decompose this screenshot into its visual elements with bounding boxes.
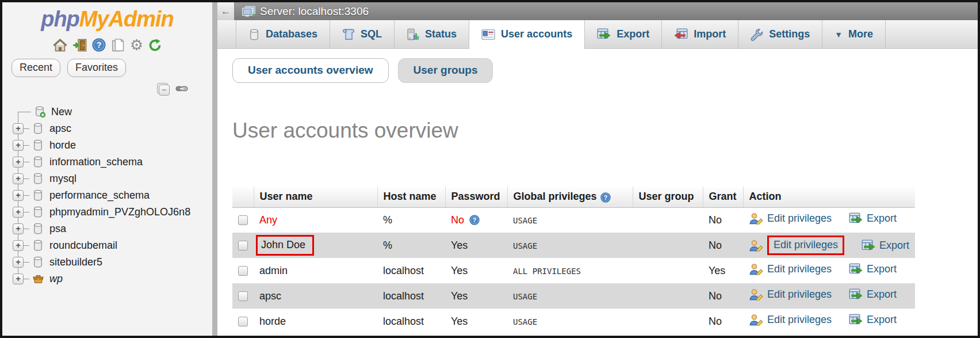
tab-import[interactable]: Import: [661, 20, 738, 48]
database-icon: [32, 156, 44, 168]
tree-item-mysql[interactable]: +mysql: [2, 170, 212, 187]
expand-icon[interactable]: +: [13, 123, 24, 134]
edit-privileges-link[interactable]: Edit privileges: [749, 314, 832, 326]
password-help-icon[interactable]: ?: [469, 215, 480, 225]
navigation-sidebar: phpMyAdmin ?⚙ RecentFavorites − New+apsc…: [2, 2, 217, 336]
expand-icon[interactable]: +: [13, 257, 24, 268]
edit-privileges-label: Edit privileges: [767, 288, 832, 301]
sql-icon: [342, 28, 355, 41]
row-checkbox[interactable]: [238, 291, 248, 301]
collapse-sidebar-button[interactable]: ←: [217, 2, 235, 20]
edit-privileges-link[interactable]: Edit privileges: [749, 288, 832, 301]
expand-icon[interactable]: +: [13, 190, 24, 201]
tab-status[interactable]: Status: [394, 20, 469, 48]
tree-item-sitebuilder5[interactable]: +sitebuilder5: [2, 254, 212, 271]
recent-dropdown[interactable]: Recent: [12, 59, 60, 77]
favorites-dropdown[interactable]: Favorites: [67, 59, 126, 77]
password-value-wrap: Yes: [451, 265, 468, 277]
expand-icon[interactable]: +: [13, 240, 24, 251]
export-user-link[interactable]: Export: [862, 240, 909, 252]
privileges-help-icon[interactable]: ?: [600, 192, 611, 203]
tree-label[interactable]: apsc: [49, 123, 71, 135]
logout-icon[interactable]: [72, 39, 87, 52]
refresh-icon[interactable]: [148, 39, 162, 52]
edit-privileges-link[interactable]: Edit privileges: [749, 236, 844, 255]
tree-item-performance-schema[interactable]: +performance_schema: [2, 187, 212, 204]
tree-item-wp[interactable]: +wp: [2, 271, 212, 287]
column-header-checkbox[interactable]: [232, 187, 254, 207]
header-row: User nameHost namePasswordGlobal privile…: [232, 187, 915, 207]
expand-icon[interactable]: +: [13, 223, 24, 234]
column-header-user-group[interactable]: User group: [633, 187, 703, 207]
table-body: Any%No?USAGENoEdit privilegesExportJohn …: [232, 207, 915, 334]
tree-label[interactable]: wp: [49, 273, 63, 285]
tree-label[interactable]: horde: [49, 139, 76, 151]
host-name-cell: %: [377, 233, 445, 258]
tab-settings[interactable]: Settings: [738, 20, 822, 48]
edit-privileges-link[interactable]: Edit privileges: [749, 212, 832, 225]
tree-label[interactable]: performance_schema: [49, 189, 150, 202]
global-privileges-cell: USAGE: [507, 309, 633, 334]
tree-item-apsc[interactable]: +apsc: [2, 120, 212, 137]
link-with-main-panel-icon[interactable]: [175, 85, 188, 95]
password-cell: Yes: [445, 258, 507, 283]
row-checkbox[interactable]: [238, 266, 248, 276]
tab-sql[interactable]: SQL: [330, 20, 394, 48]
tree-connector: [24, 145, 29, 146]
column-header-user-name[interactable]: User name: [254, 187, 377, 207]
export-user-link[interactable]: Export: [849, 314, 897, 326]
tree-label[interactable]: phpmyadmin_PVZghOLOJ6n8: [49, 206, 190, 218]
help-icon[interactable]: ?: [92, 38, 106, 52]
settings-icon[interactable]: ⚙: [130, 38, 143, 52]
tree-item-horde[interactable]: +horde: [2, 137, 212, 154]
tree-label[interactable]: mysql: [49, 173, 76, 185]
tab-user-accounts[interactable]: User accounts: [469, 20, 584, 48]
column-header-global-privileges[interactable]: Global privileges?: [507, 187, 633, 207]
row-checkbox[interactable]: [238, 317, 248, 326]
docs-icon[interactable]: [111, 39, 125, 52]
column-header-grant[interactable]: Grant: [703, 187, 743, 207]
server-icon: [242, 6, 255, 17]
home-icon[interactable]: [53, 39, 67, 52]
tree-label[interactable]: psa: [49, 223, 66, 235]
column-header-host-name[interactable]: Host name: [377, 187, 445, 207]
tree-item-psa[interactable]: +psa: [2, 221, 212, 237]
expand-icon[interactable]: +: [13, 157, 24, 168]
subtab-user-accounts-overview[interactable]: User accounts overview: [232, 58, 389, 83]
tree-item-phpmyadmin-pvzgholoj6n8[interactable]: +phpmyadmin_PVZghOLOJ6n8: [2, 204, 212, 221]
expand-icon[interactable]: +: [13, 140, 24, 151]
host-name-cell: localhost: [377, 258, 445, 283]
tree-label[interactable]: sitebuilder5: [49, 256, 102, 268]
tab-databases[interactable]: Databases: [236, 20, 330, 48]
export-user-link[interactable]: Export: [849, 288, 897, 301]
database-icon: [32, 139, 44, 151]
column-header-password[interactable]: Password: [445, 187, 507, 207]
server-breadcrumb[interactable]: Server: localhost:3306: [260, 5, 369, 18]
tree-item-roundcubemail[interactable]: +roundcubemail: [2, 237, 212, 254]
toolbox-icon: [32, 273, 44, 285]
expand-icon[interactable]: +: [13, 207, 24, 218]
column-header-label: Password: [451, 191, 500, 202]
user-row-john-doe: John Doe%YesUSAGENoEdit privilegesExport: [232, 233, 915, 258]
row-checkbox[interactable]: [238, 215, 248, 225]
subtab-user-groups[interactable]: User groups: [398, 58, 493, 83]
host-name: %: [383, 240, 392, 251]
tab-more[interactable]: ▼More: [822, 20, 886, 48]
edit-privileges-icon: [749, 288, 763, 301]
tree-item-new[interactable]: New: [2, 104, 212, 120]
edit-privileges-link[interactable]: Edit privileges: [749, 263, 832, 275]
export-user-link[interactable]: Export: [849, 212, 897, 225]
phpmyadmin-logo[interactable]: phpMyAdmin: [2, 7, 212, 31]
expand-icon[interactable]: +: [13, 173, 24, 184]
expand-icon[interactable]: +: [13, 274, 24, 284]
export-user-link[interactable]: Export: [849, 263, 897, 275]
column-header-action[interactable]: Action: [743, 187, 915, 207]
row-checkbox[interactable]: [238, 241, 248, 250]
tree-label[interactable]: information_schema: [49, 156, 143, 168]
global-privileges-cell: USAGE: [507, 283, 633, 309]
tree-item-information-schema[interactable]: +information_schema: [2, 154, 212, 170]
tree-label[interactable]: roundcubemail: [49, 240, 117, 252]
tab-export[interactable]: Export: [584, 20, 661, 48]
collapse-all-icon[interactable]: −: [159, 85, 170, 96]
tree-label[interactable]: New: [51, 106, 72, 118]
